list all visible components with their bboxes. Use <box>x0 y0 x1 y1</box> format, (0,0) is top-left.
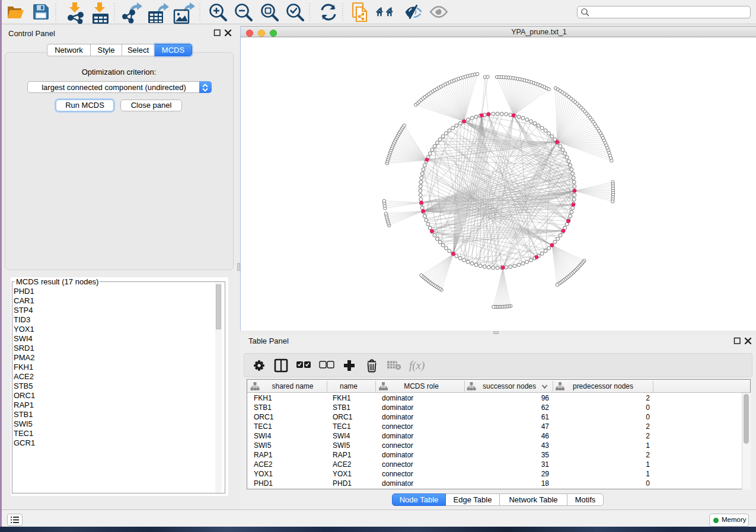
svg-text:f(x): f(x) <box>409 359 425 372</box>
